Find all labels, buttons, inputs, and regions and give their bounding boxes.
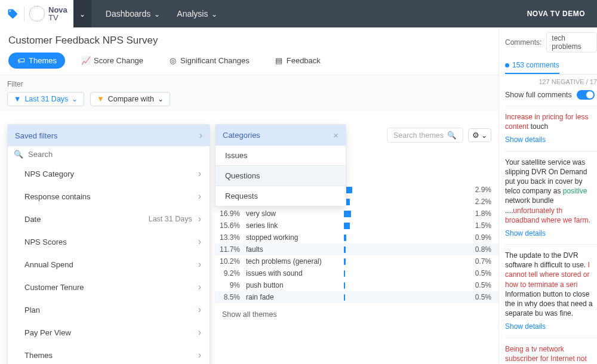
search-icon: 🔍 bbox=[14, 150, 23, 159]
comments-count-tab[interactable]: 153 comments bbox=[505, 57, 559, 74]
filter-item[interactable]: Date Last 31 Days bbox=[8, 208, 210, 230]
theme-label: tech problems (general) bbox=[246, 257, 344, 266]
tab-feedback[interactable]: ▤Feedback bbox=[266, 53, 329, 69]
theme-pct-compare: 2.9% bbox=[469, 186, 498, 194]
theme-pct-baseline: 10.2% bbox=[215, 257, 246, 266]
chart-settings[interactable]: ⚙ bbox=[468, 128, 491, 142]
chevron-right-icon bbox=[198, 327, 201, 338]
categories-header: Categories × bbox=[216, 125, 346, 146]
filter-item[interactable]: Themes bbox=[8, 344, 210, 364]
filter-search-input[interactable] bbox=[28, 150, 204, 159]
nav-analysis[interactable]: Analysis bbox=[177, 9, 217, 18]
comments-tabs: 153 comments bbox=[505, 57, 597, 75]
theme-bar-track bbox=[344, 208, 469, 220]
comments-theme-tag[interactable]: tech problems bbox=[546, 32, 597, 53]
filter-item[interactable]: Response contains bbox=[8, 185, 210, 208]
main-content: Customer Feedback NPS Survey 🏷Themes 📈Sc… bbox=[0, 27, 498, 364]
category-item[interactable]: Requests bbox=[216, 186, 346, 206]
filter-item-label: Date bbox=[24, 215, 41, 224]
org-switcher[interactable] bbox=[73, 0, 91, 27]
theme-pct-baseline: 9.2% bbox=[215, 269, 246, 277]
org-name: NovaTV bbox=[48, 6, 67, 21]
theme-pct-baseline: 13.3% bbox=[215, 233, 246, 242]
filter-item[interactable]: Pay Per View bbox=[8, 321, 210, 344]
theme-pct-compare: 2.2% bbox=[469, 198, 498, 206]
filter-item-label: Customer Tenure bbox=[24, 283, 84, 292]
comment-item: Increase in pricing for less content tou… bbox=[505, 106, 597, 151]
logo-block: NovaTV bbox=[0, 0, 73, 27]
categories-flyout: Categories × IssuesQuestionsRequests bbox=[215, 124, 346, 206]
divider bbox=[24, 7, 24, 21]
theme-label: stopped working bbox=[246, 233, 344, 242]
saved-filters-header[interactable]: Saved filters bbox=[8, 125, 210, 146]
category-item[interactable]: Issues bbox=[216, 146, 346, 165]
theme-row[interactable]: 16.9% very slow 1.8% bbox=[215, 208, 498, 220]
theme-row[interactable]: 8.5% rain fade 0.5% bbox=[215, 291, 498, 303]
theme-pct-compare: 0.8% bbox=[469, 245, 498, 254]
tab-score-change[interactable]: 📈Score Change bbox=[73, 53, 152, 69]
nav-dashboards[interactable]: Dashboards bbox=[106, 9, 161, 18]
show-full-toggle[interactable] bbox=[577, 90, 595, 100]
tag-icon bbox=[6, 7, 19, 20]
category-item[interactable]: Questions bbox=[216, 165, 346, 186]
account-label[interactable]: NOVA TV DEMO bbox=[527, 10, 597, 18]
filter-item[interactable]: NPS Category bbox=[8, 162, 210, 185]
funnel-icon: ▼ bbox=[97, 95, 104, 103]
theme-pct-compare: 0.5% bbox=[469, 293, 498, 301]
compare-chip[interactable]: ▼ Compare with bbox=[90, 92, 170, 106]
theme-row[interactable]: 11.7% faults 0.8% bbox=[215, 243, 498, 255]
bar-icon bbox=[344, 223, 350, 229]
comment-item: Being a tv network subscriber for Intern… bbox=[505, 338, 597, 364]
filter-item-value: Last 31 Days bbox=[149, 215, 192, 223]
comments-breakdown: 127 NEGATIVE / 17 bbox=[505, 75, 597, 88]
filter-label: Filter bbox=[7, 79, 491, 92]
view-tabs: 🏷Themes 📈Score Change ◎Significant Chang… bbox=[0, 53, 498, 75]
filter-item-label: Response contains bbox=[24, 192, 91, 201]
filter-chips: ▼ Last 31 Days ▼ Compare with bbox=[7, 92, 491, 111]
bar-icon bbox=[344, 294, 345, 301]
tab-themes[interactable]: 🏷Themes bbox=[8, 53, 65, 69]
theme-bar-track bbox=[344, 184, 469, 196]
theme-pct-compare: 0.5% bbox=[469, 281, 498, 289]
org-logo[interactable]: NovaTV bbox=[29, 6, 67, 21]
theme-bar-track bbox=[344, 291, 469, 303]
close-icon[interactable]: × bbox=[333, 130, 338, 140]
bar-icon bbox=[344, 235, 346, 241]
filter-item[interactable]: Plan bbox=[8, 298, 210, 321]
theme-pct-compare: 0.5% bbox=[469, 269, 498, 277]
date-range-chip[interactable]: ▼ Last 31 Days bbox=[7, 92, 84, 106]
chevron-down-icon bbox=[79, 10, 85, 18]
filter-item-label: Pay Per View bbox=[24, 328, 71, 337]
show-details-link[interactable]: Show details bbox=[505, 225, 595, 238]
dot-icon bbox=[505, 63, 509, 67]
chevron-right-icon bbox=[198, 214, 201, 224]
filter-item[interactable]: NPS Scores bbox=[8, 230, 210, 253]
show-all-themes[interactable]: Show all themes bbox=[215, 303, 498, 319]
theme-label: series link bbox=[246, 221, 344, 230]
theme-row[interactable]: 15.6% series link 1.5% bbox=[215, 220, 498, 232]
filter-search[interactable]: 🔍 bbox=[8, 146, 210, 162]
saved-filters-panel: Saved filters 🔍 NPS Category Response co… bbox=[7, 124, 210, 364]
theme-pct-compare: 0.9% bbox=[469, 233, 498, 242]
theme-pct-baseline: 16.9% bbox=[215, 209, 246, 218]
filter-item[interactable]: Annual Spend bbox=[8, 253, 210, 276]
theme-row[interactable]: 13.3% stopped working 0.9% bbox=[215, 232, 498, 243]
chevron-right-icon bbox=[199, 130, 202, 141]
theme-row[interactable]: 9.2% issues with sound 0.5% bbox=[215, 267, 498, 279]
theme-bar-track bbox=[344, 243, 469, 255]
chevron-right-icon bbox=[198, 168, 201, 179]
theme-row[interactable]: 9% push button 0.5% bbox=[215, 279, 498, 291]
page-title: Customer Feedback NPS Survey bbox=[0, 27, 498, 53]
bar-icon bbox=[344, 270, 345, 277]
chevron-right-icon bbox=[198, 191, 201, 202]
chevron-down-icon bbox=[481, 131, 487, 140]
filter-item[interactable]: Customer Tenure bbox=[8, 276, 210, 298]
tab-significant-changes[interactable]: ◎Significant Changes bbox=[160, 53, 258, 69]
search-themes[interactable]: Search themes 🔍 bbox=[387, 128, 463, 143]
show-details-link[interactable]: Show details bbox=[505, 131, 595, 144]
filter-list: NPS Category Response contains Date Last… bbox=[8, 162, 210, 364]
theme-row[interactable]: 10.2% tech problems (general) 0.7% bbox=[215, 255, 498, 267]
theme-label: faults bbox=[246, 245, 344, 254]
comments-header: Comments: tech problems bbox=[505, 32, 597, 56]
show-details-link[interactable]: Show details bbox=[505, 318, 595, 331]
